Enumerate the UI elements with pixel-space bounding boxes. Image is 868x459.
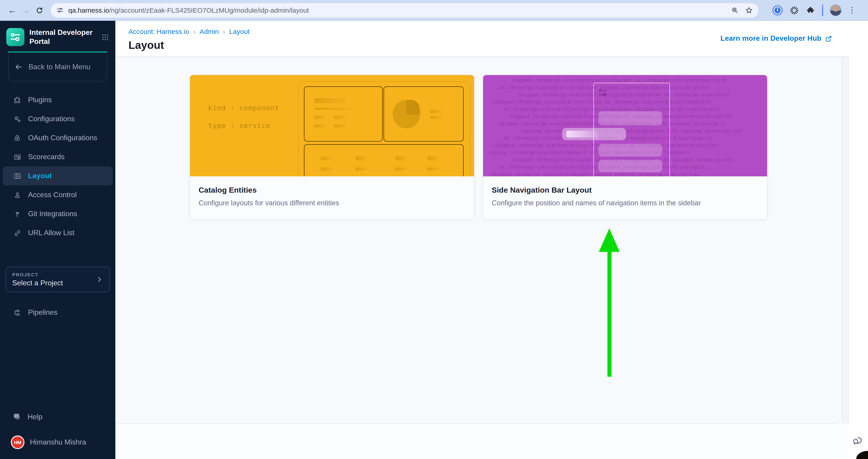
mock-sidebar-outline	[593, 83, 670, 176]
back-label: Back to Main Menu	[29, 63, 90, 71]
sidebar-item-git-integrations[interactable]: Git Integrations	[3, 204, 113, 223]
right-rail	[848, 21, 868, 459]
catalog-entities-card[interactable]: kind : component type : service	[189, 75, 474, 220]
breadcrumb-layout[interactable]: Layout	[229, 28, 250, 35]
chevron-right-icon	[96, 276, 103, 283]
pipelines-icon	[13, 308, 22, 317]
link-icon	[13, 229, 22, 237]
mock-logo-icon	[597, 87, 608, 98]
breadcrumb-account[interactable]: Account: Harness.io	[128, 28, 189, 35]
password-manager-extension-icon[interactable]	[773, 5, 782, 15]
catalog-entities-illustration: kind : component type : service	[190, 75, 474, 176]
scrollbar-track[interactable]	[842, 57, 848, 424]
user-avatar: HM	[11, 435, 24, 449]
mock-about-panel	[304, 86, 383, 141]
browser-profile-avatar[interactable]	[830, 4, 841, 16]
reload-icon	[35, 6, 43, 14]
project-selector[interactable]: PROJECT Select a Project	[5, 267, 110, 292]
page-title: Layout	[128, 39, 164, 52]
zoom-icon[interactable]	[731, 6, 739, 14]
back-to-main-menu[interactable]: Back to Main Menu	[8, 53, 107, 81]
help-button[interactable]: ? Help	[0, 407, 115, 426]
svg-text:?: ?	[16, 414, 18, 418]
lock-icon	[13, 134, 22, 142]
help-chat-icon: ?	[13, 413, 22, 422]
yaml-type-line: type : service	[208, 122, 270, 130]
layout-content: kind : component type : service	[115, 57, 842, 424]
bookmark-star-icon[interactable]	[745, 6, 753, 14]
url-host: qa.harness.io	[68, 6, 109, 14]
sidebar-item-plugins[interactable]: Plugins	[3, 91, 113, 109]
mock-nav-item	[598, 160, 662, 172]
extensions-puzzle-icon[interactable]	[806, 6, 815, 15]
url-text[interactable]: qa.harness.io/ng/account/zEaak-FLS425IEO…	[68, 6, 309, 14]
layout-icon	[13, 172, 22, 180]
mock-chart-panel	[383, 86, 464, 141]
sidebar-item-configurations[interactable]: Configurations	[3, 109, 113, 128]
module-grid-icon[interactable]	[101, 33, 109, 41]
chat-support-icon[interactable]	[852, 435, 864, 447]
sidebar-item-scorecards[interactable]: Scorecards	[3, 147, 113, 166]
breadcrumb-separator: ›	[223, 28, 225, 35]
side-nav-illustration: skipped /drone/go-scm/scm/driver/bitbuck…	[483, 75, 767, 176]
sidebar-item-url-allow-list[interactable]: URL Allow List	[3, 223, 113, 242]
product-title: Internal Developer Portal	[29, 28, 96, 46]
person-icon	[13, 191, 22, 199]
card-title: Catalog Entities	[198, 186, 465, 195]
learn-more-link[interactable]: Learn more in Developer Hub	[720, 34, 832, 42]
sidebar-nav: Plugins Configurations	[0, 91, 115, 242]
card-title: Side Navigation Bar Layout	[492, 186, 758, 195]
git-branch-icon	[13, 209, 22, 218]
toolbar-separator	[822, 4, 823, 16]
page-header: Account: Harness.io › Admin › Layout Lay…	[115, 21, 848, 57]
browser-forward-button[interactable]: →	[19, 3, 33, 17]
mock-table-panel	[304, 144, 464, 176]
screen: ← → qa.harness.io/ng/account/zEaak-FLS42…	[0, 0, 868, 459]
breadcrumb-admin[interactable]: Admin	[199, 28, 219, 35]
site-settings-icon[interactable]	[56, 6, 64, 14]
side-navigation-bar-layout-card[interactable]: skipped /drone/go-scm/scm/driver/bitbuck…	[483, 75, 768, 220]
idp-logo	[6, 28, 24, 46]
annotation-arrow-up	[599, 228, 620, 377]
browser-back-button[interactable]: ←	[5, 3, 19, 17]
gears-icon	[13, 114, 22, 123]
user-menu[interactable]: HM Himanshu Mishra	[0, 433, 115, 452]
yaml-kind-line: kind : component	[208, 104, 279, 112]
sidebar-item-layout[interactable]: Layout	[3, 166, 113, 186]
sidebar-item-access-control[interactable]: Access Control	[3, 186, 113, 204]
mock-nav-item	[598, 144, 662, 157]
card-description: Configure the position and names of navi…	[492, 199, 758, 207]
scorecard-icon	[13, 153, 22, 161]
sidebar: Internal Developer Portal Back to Main M…	[0, 21, 115, 459]
card-description: Configure layouts for various different …	[198, 199, 465, 207]
sidebar-item-pipelines[interactable]: Pipelines	[3, 303, 113, 322]
breadcrumb: Account: Harness.io › Admin › Layout	[128, 28, 250, 35]
project-value: Select a Project	[12, 279, 96, 287]
mock-nav-item-dragged	[562, 128, 626, 140]
address-bar[interactable]: qa.harness.io/ng/account/zEaak-FLS425IEO…	[51, 3, 758, 18]
external-link-icon	[825, 35, 832, 42]
puzzle-icon	[13, 96, 22, 104]
browser-reload-button[interactable]	[33, 3, 46, 17]
product-header: Internal Developer Portal	[0, 21, 115, 46]
back-arrow-icon	[14, 62, 23, 71]
mock-nav-item	[598, 111, 662, 125]
project-label: PROJECT	[12, 272, 96, 277]
url-path: /ng/account/zEaak-FLS425IEO7OLzMUg/modul…	[109, 6, 309, 14]
content-bottom-strip	[115, 424, 848, 459]
spinner-extension-icon[interactable]	[789, 5, 799, 15]
user-name: Himanshu Mishra	[30, 438, 86, 446]
browser-toolbar: ← → qa.harness.io/ng/account/zEaak-FLS42…	[0, 0, 868, 21]
browser-extensions-area: ⋮	[766, 4, 856, 16]
sidebar-item-oauth-configurations[interactable]: OAuth Configurations	[3, 128, 113, 147]
breadcrumb-separator: ›	[193, 28, 195, 35]
browser-menu-icon[interactable]: ⋮	[848, 6, 856, 14]
